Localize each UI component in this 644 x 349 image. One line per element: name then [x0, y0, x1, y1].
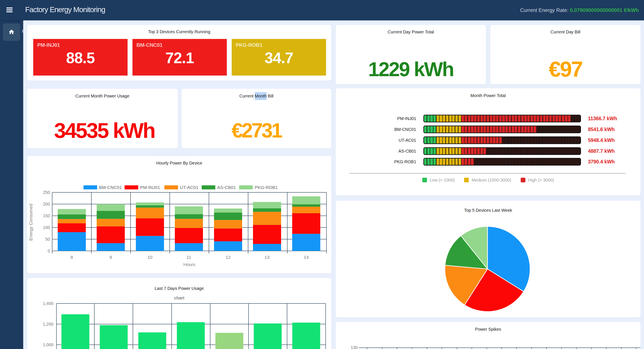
svg-text:UT-AC01: UT-AC01 — [180, 185, 198, 190]
svg-text:0: 0 — [48, 249, 50, 253]
svg-text:100: 100 — [43, 225, 50, 230]
svg-text:BM-CNC01: BM-CNC01 — [99, 185, 122, 190]
svg-text:14: 14 — [304, 255, 309, 260]
svg-text:10: 10 — [147, 255, 152, 260]
svg-text:130: 130 — [351, 345, 358, 349]
svg-text:1,400: 1,400 — [43, 301, 54, 306]
svg-text:8: 8 — [70, 255, 73, 260]
svg-text:12: 12 — [226, 255, 230, 260]
svg-text:11: 11 — [186, 255, 191, 260]
svg-text:250: 250 — [43, 190, 50, 195]
svg-text:1,200: 1,200 — [43, 322, 54, 327]
svg-text:PM-INJ01: PM-INJ01 — [140, 185, 160, 190]
svg-text:200: 200 — [43, 202, 50, 206]
svg-text:13: 13 — [264, 255, 270, 260]
svg-text:PKG-ROB1: PKG-ROB1 — [255, 185, 278, 190]
svg-text:AS-CB01: AS-CB01 — [217, 185, 236, 190]
svg-text:1,000: 1,000 — [43, 343, 54, 347]
svg-text:9: 9 — [110, 255, 112, 260]
svg-text:150: 150 — [43, 213, 50, 218]
svg-text:Energy Consumed: Energy Consumed — [28, 204, 33, 241]
svg-text:50: 50 — [45, 237, 50, 242]
svg-text:Hours: Hours — [183, 262, 195, 267]
